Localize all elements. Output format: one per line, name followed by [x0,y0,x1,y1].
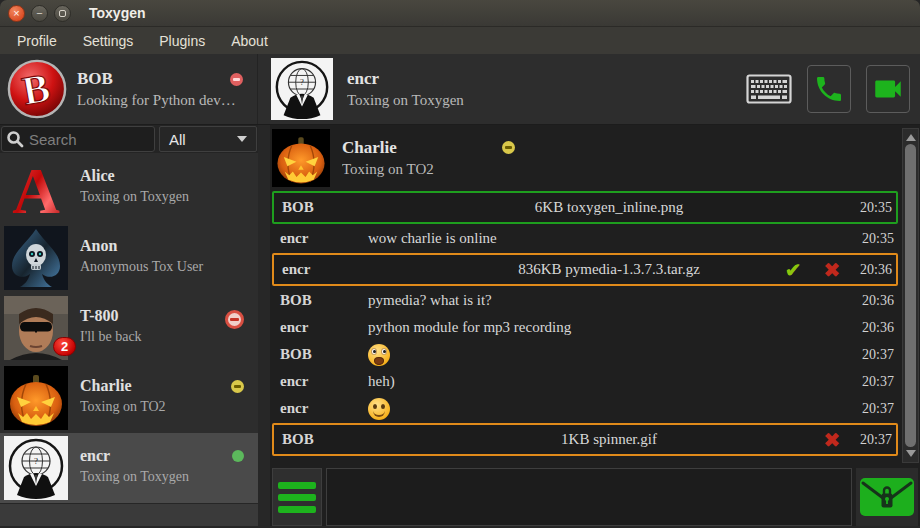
decline-file-icon[interactable]: ✖ [823,430,840,450]
contact-row-t-800[interactable]: T-800 I'll be back 2 [0,293,258,363]
self-profile-info: BOB Looking for Python dev… [77,69,249,109]
scroll-down-arrow-icon[interactable] [906,450,916,457]
minimize-button[interactable]: − [31,5,48,22]
maximize-button[interactable] [54,5,71,22]
message-author: encr [272,373,368,390]
contact-info: encr Toxing on Toxygen [80,447,254,485]
self-profile-section: B BOB Looking for Python dev… [0,54,258,124]
contact-row-anon[interactable]: Anon Anonymous Tox User [0,223,258,293]
message-text: 836KB pymedia-1.3.7.3.tar.gz [370,261,848,278]
scroll-up-arrow-icon[interactable] [906,134,916,141]
fearful-smiley-icon [368,344,390,366]
svg-text:?: ? [34,456,38,466]
message-time: 20:35 [850,231,898,247]
typing-indicator-button[interactable] [746,74,792,104]
self-name: BOB [77,69,113,89]
message-row: encr 836KB pymedia-1.3.7.3.tar.gz ✔✖ 20:… [272,253,898,286]
contact-status-message: I'll be back [80,329,254,345]
message-row: encr python module for mp3 recording 20:… [272,314,898,341]
message-row: BOB 1KB spinner.gif ✖ 20:37 [272,423,898,456]
file-transfer-actions: ✔✖ [784,260,840,280]
phone-icon [813,73,845,105]
contacts-panel: All A Alice Toxing on Toxygen Anon Anony… [0,125,258,526]
contact-name: Charlie [80,377,254,395]
scrollbar-thumb[interactable] [905,144,916,447]
svg-text:A: A [12,156,60,220]
top-strip: B BOB Looking for Python dev… ? encr Tox… [0,54,920,125]
online-status-icon [232,450,244,462]
chat-peer-avatar [272,129,330,187]
message-author: BOB [272,346,368,363]
contact-row-charlie[interactable]: Charlie Toxing on TO2 [0,363,258,433]
menu-item-plugins[interactable]: Plugins [146,29,218,53]
contact-info: Charlie Toxing on TO2 [80,377,254,415]
chat-scrollbar[interactable] [902,128,919,463]
contact-name: Alice [80,167,254,185]
contact-row-encr[interactable]: ? encr Toxing on Toxygen [0,433,258,503]
message-row: encr 20:37 [272,395,898,422]
message-time: 20:35 [848,200,896,216]
window-title: Toxygen [89,5,146,21]
app-window: × − Toxygen ProfileSettingsPluginsAbout … [0,0,920,528]
file-transfer-actions: ✖ [823,430,840,450]
search-icon [6,130,24,148]
contact-status-message: Toxing on Toxygen [80,189,254,205]
message-author: BOB [274,431,370,448]
message-time: 20:36 [850,293,898,309]
message-input[interactable] [326,468,852,526]
maximize-icon [59,10,66,17]
message-text [368,344,850,366]
menubar: ProfileSettingsPluginsAbout [0,27,920,54]
menu-item-profile[interactable]: Profile [4,29,70,53]
message-row: BOB 6KB toxygen_inline.png 20:35 [272,191,898,224]
contact-list: A Alice Toxing on Toxygen Anon Anonymous… [0,153,258,503]
contact-status-message: Toxing on TO2 [80,399,254,415]
panel-divider [258,125,270,526]
message-text: 1KB spinner.gif [370,431,848,448]
contact-info: Anon Anonymous Tox User [80,237,254,275]
message-row: BOB pymedia? what is it? 20:36 [272,287,898,314]
titlebar: × − Toxygen [0,0,920,27]
contact-name: Anon [80,237,254,255]
search-box [1,126,155,152]
voice-call-button[interactable] [807,65,851,113]
accept-file-icon[interactable]: ✔ [784,260,801,280]
chat-panel: Charlie Toxing on TO2 BOB 6KB toxygen_in… [270,125,920,526]
chat-peer-status-message: Toxing on TO2 [342,161,434,178]
message-text [368,398,850,420]
send-button[interactable] [856,468,918,526]
away-status-icon [502,141,515,154]
message-text: heh) [368,373,850,390]
contact-avatar: ? [4,436,68,500]
attachment-menu-button[interactable] [272,468,322,526]
message-author: encr [272,400,368,417]
video-call-button[interactable] [866,65,910,113]
message-time: 20:36 [848,262,896,278]
message-author: encr [274,261,370,278]
close-button[interactable]: × [8,5,25,22]
contact-list-filler [0,503,258,526]
search-row: All [0,125,258,153]
message-text: pymedia? what is it? [368,292,850,309]
smiling-smiley-icon [368,398,390,420]
contact-row-alice[interactable]: A Alice Toxing on Toxygen [0,153,258,223]
menu-item-about[interactable]: About [218,29,281,53]
self-status-message: Looking for Python dev… [77,92,249,109]
chat-peer-name: Charlie [342,138,434,158]
message-time: 20:37 [850,347,898,363]
self-avatar[interactable]: B [6,58,68,120]
chat-peer-card: Charlie Toxing on TO2 [272,128,898,188]
active-peer-avatar: ? [271,58,333,120]
menu-item-settings[interactable]: Settings [70,29,147,53]
active-peer-name: encr [347,69,379,89]
message-time: 20:37 [848,432,896,448]
decline-file-icon[interactable]: ✖ [823,260,840,280]
contact-status-message: Toxing on Toxygen [80,469,254,485]
call-controls [746,54,920,124]
message-author: BOB [274,199,370,216]
contact-avatar [4,366,68,430]
search-input[interactable] [2,129,154,150]
message-time: 20:36 [850,320,898,336]
contact-filter-dropdown[interactable]: All [159,126,257,152]
message-list: BOB 6KB toxygen_inline.png 20:35 encr wo… [272,190,898,466]
